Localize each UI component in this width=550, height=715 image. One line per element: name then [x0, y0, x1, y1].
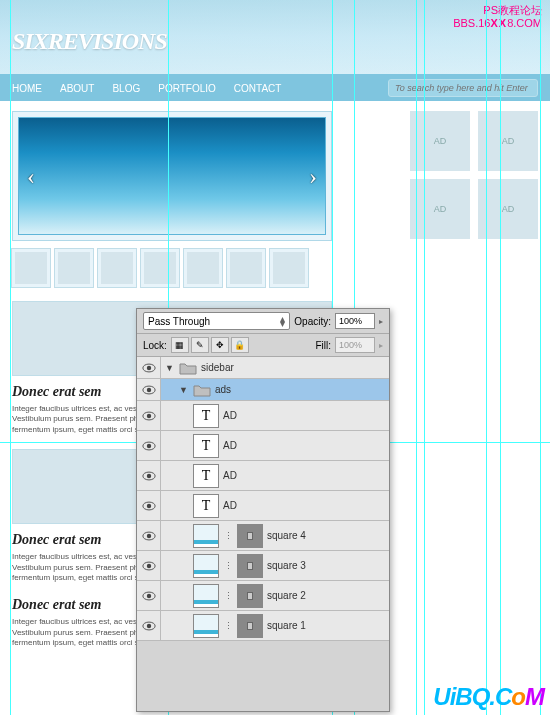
blend-mode-dropdown[interactable]: Pass Through ▴▾ [143, 312, 290, 330]
link-icon[interactable]: ⋮ [223, 558, 233, 574]
layer-row[interactable]: ⋮square 4 [137, 521, 389, 551]
thumb-5[interactable] [184, 249, 222, 287]
ad-slot-3[interactable]: AD [410, 179, 470, 239]
svg-point-7 [146, 443, 150, 447]
watermark-top: PS教程论坛 BBS.16XX8.COM [453, 4, 542, 30]
visibility-eye-icon[interactable] [137, 491, 161, 520]
layer-row[interactable]: ⋮square 1 [137, 611, 389, 641]
text-layer-thumb-icon: T [193, 434, 219, 458]
layer-name[interactable]: sidebar [201, 362, 234, 373]
opacity-input[interactable]: 100% [335, 313, 375, 329]
layer-row[interactable]: ⋮square 3 [137, 551, 389, 581]
hero-carousel: ‹ › [12, 111, 332, 241]
ads-column: AD AD AD AD [410, 111, 538, 239]
layer-row-body: TAD [161, 491, 389, 520]
vector-mask-thumb [237, 554, 263, 578]
guide-vertical [10, 0, 11, 715]
layer-name[interactable]: square 2 [267, 590, 306, 601]
lock-all-icon[interactable]: 🔒 [231, 337, 249, 353]
visibility-eye-icon[interactable] [137, 611, 161, 640]
layer-row[interactable]: ▼sidebar [137, 357, 389, 379]
layer-row[interactable]: ▼ads [137, 379, 389, 401]
layer-row[interactable]: ⋮square 2 [137, 581, 389, 611]
layer-row-body: ▼sidebar [161, 357, 389, 378]
folder-icon [193, 383, 211, 397]
watermark-bottom: UiBQ.CoM [433, 683, 544, 711]
lock-transparent-icon[interactable]: ▦ [171, 337, 189, 353]
text-layer-thumb-icon: T [193, 464, 219, 488]
layer-row-body: ⋮square 3 [161, 551, 389, 580]
layer-row[interactable]: TAD [137, 431, 389, 461]
thumb-2[interactable] [55, 249, 93, 287]
visibility-eye-icon[interactable] [137, 357, 161, 378]
guide-vertical [424, 0, 425, 715]
guide-vertical [540, 0, 541, 715]
thumb-6[interactable] [227, 249, 265, 287]
nav-home[interactable]: HOME [12, 83, 42, 94]
layer-name[interactable]: AD [223, 470, 237, 481]
layer-thumb [193, 614, 219, 638]
carousel-prev-icon[interactable]: ‹ [21, 163, 41, 190]
link-icon[interactable]: ⋮ [223, 588, 233, 604]
layer-row-body: TAD [161, 401, 389, 430]
nav-about[interactable]: ABOUT [60, 83, 94, 94]
thumb-7[interactable] [270, 249, 308, 287]
layer-row-body: ⋮square 4 [161, 521, 389, 550]
layer-thumb [193, 584, 219, 608]
layer-name[interactable]: square 4 [267, 530, 306, 541]
text-layer-thumb-icon: T [193, 494, 219, 518]
layer-name[interactable]: AD [223, 410, 237, 421]
page-canvas: SIXREVISIONS PS教程论坛 BBS.16XX8.COM HOME A… [0, 0, 550, 715]
svg-point-19 [146, 623, 150, 627]
layer-row[interactable]: TAD [137, 461, 389, 491]
layer-name[interactable]: AD [223, 500, 237, 511]
thumb-3[interactable] [98, 249, 136, 287]
visibility-eye-icon[interactable] [137, 551, 161, 580]
lock-pixels-icon[interactable]: ✎ [191, 337, 209, 353]
fill-input[interactable]: 100% [335, 337, 375, 353]
layer-row-body: ⋮square 1 [161, 611, 389, 640]
svg-point-11 [146, 503, 150, 507]
layer-name[interactable]: ads [215, 384, 231, 395]
svg-point-5 [146, 413, 150, 417]
folder-icon [179, 361, 197, 375]
guide-vertical [486, 0, 487, 715]
ad-slot-2[interactable]: AD [478, 111, 538, 171]
disclosure-triangle-icon[interactable]: ▼ [165, 363, 175, 373]
visibility-eye-icon[interactable] [137, 379, 161, 400]
link-icon[interactable]: ⋮ [223, 618, 233, 634]
vector-mask-thumb [237, 584, 263, 608]
thumb-4[interactable] [141, 249, 179, 287]
visibility-eye-icon[interactable] [137, 581, 161, 610]
svg-point-1 [146, 365, 150, 369]
lock-position-icon[interactable]: ✥ [211, 337, 229, 353]
layer-name[interactable]: AD [223, 440, 237, 451]
layer-row[interactable]: TAD [137, 401, 389, 431]
nav-contact[interactable]: CONTACT [234, 83, 282, 94]
visibility-eye-icon[interactable] [137, 401, 161, 430]
layer-name[interactable]: square 3 [267, 560, 306, 571]
carousel-slide [18, 117, 326, 235]
main-nav: HOME ABOUT BLOG PORTFOLIO CONTACT [0, 75, 550, 101]
lock-icons: ▦ ✎ ✥ 🔒 [171, 337, 249, 353]
carousel-next-icon[interactable]: › [303, 163, 323, 190]
search-input[interactable] [388, 79, 538, 97]
layer-name[interactable]: square 1 [267, 620, 306, 631]
layers-panel-lock-row: Lock: ▦ ✎ ✥ 🔒 Fill: 100% ▸ [137, 334, 389, 357]
layer-row[interactable]: TAD [137, 491, 389, 521]
opacity-flyout-icon[interactable]: ▸ [379, 317, 383, 326]
visibility-eye-icon[interactable] [137, 461, 161, 490]
nav-blog[interactable]: BLOG [112, 83, 140, 94]
opacity-label: Opacity: [294, 316, 331, 327]
link-icon[interactable]: ⋮ [223, 528, 233, 544]
visibility-eye-icon[interactable] [137, 431, 161, 460]
ad-slot-1[interactable]: AD [410, 111, 470, 171]
ad-slot-4[interactable]: AD [478, 179, 538, 239]
disclosure-triangle-icon[interactable]: ▼ [179, 385, 189, 395]
nav-portfolio[interactable]: PORTFOLIO [158, 83, 216, 94]
layers-panel[interactable]: Pass Through ▴▾ Opacity: 100% ▸ Lock: ▦ … [136, 308, 390, 712]
fill-flyout-icon[interactable]: ▸ [379, 341, 383, 350]
visibility-eye-icon[interactable] [137, 521, 161, 550]
layer-thumb [193, 524, 219, 548]
thumb-1[interactable] [12, 249, 50, 287]
